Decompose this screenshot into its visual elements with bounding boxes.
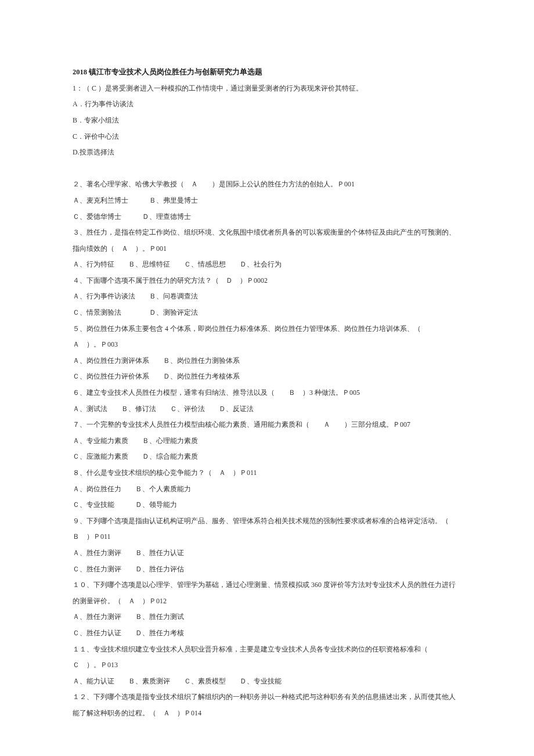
text-line: Ｃ、爱德华博士 Ｄ、理查德博士 [73,209,461,225]
text-line: Ｃ、专业技能 Ｄ、领导能力 [73,497,461,513]
text-line [73,161,461,177]
text-line: ４、下面哪个选项不属于胜任力的研究方法？（ Ｄ ）Ｐ0002 [73,273,461,289]
text-line: ３、胜任力，是指在特定工作岗位、组织环境、文化氛围中绩优者所具备的可以客观衡量的… [73,225,461,257]
text-line: Ｃ、胜任力认证 Ｄ、胜任力考核 [73,625,461,642]
text-line: ９、下列哪个选项是指由认证机构证明产品、服务、管理体系符合相关技术规范的强制性要… [73,513,461,545]
text-line: Ａ、岗位胜任力 Ｂ、个人素质能力 [73,481,461,498]
text-line: B．专家小组法 [73,113,461,129]
questions-body: 1：（ C ）是将受测者进入一种模拟的工作情境中，通过测量受测者的行为表现来评价… [73,81,461,722]
text-line: Ａ、胜任力测评 Ｂ、胜任力测试 [73,609,461,625]
text-line: １２、下列哪个选项是指专业技术组织了解组织内的一种职务并以一种格式把与这种职务有… [73,689,461,721]
text-line: Ｃ、胜任力测评 Ｄ、胜任力评估 [73,561,461,578]
text-line: A．行为事件访谈法 [73,96,461,113]
text-line: Ａ、测试法 Ｂ、修订法 Ｃ、评价法 Ｄ、反证法 [73,401,461,417]
text-line: D.投票选择法 [73,145,461,161]
text-line: １１、专业技术组织建立专业技术人员职业晋升标准，主要是建立专业技术人员各专业技术… [73,642,461,674]
text-line: 1：（ C ）是将受测者进入一种模拟的工作情境中，通过测量受测者的行为表现来评价… [73,81,461,97]
text-line: Ｃ、岗位胜任力评价体系 Ｄ、岗位胜任力考核体系 [73,369,461,385]
text-line: ７、一个完整的专业技术人员胜任力模型由核心能力素质、通用能力素质和（ Ａ ）三部… [73,417,461,433]
text-line: Ａ、行为特征 Ｂ、思维特征 Ｃ、情感思想 Ｄ、社会行为 [73,257,461,273]
text-line: Ａ、能力认证 Ｂ、素质测评 Ｃ、素质模型 Ｄ、专业技能 [73,674,461,690]
text-line: Ｃ、应激能力素质 Ｄ、综合能力素质 [73,449,461,465]
text-line: ８、什么是专业技术组织的核心竞争能力？（ Ａ ）Ｐ011 [73,465,461,481]
text-line: Ｃ、情景测验法 Ｄ、测验评定法 [73,305,461,321]
text-line: ５、岗位胜任力体系主要包含 4 个体系，即岗位胜任力标准体系、岗位胜任力管理体系… [73,321,461,353]
text-line: ６、建立专业技术人员胜任力模型，通常有归纳法、推导法以及（ Ｂ ）3 种做法。Ｐ… [73,385,461,401]
text-line: １０、下列哪个选项是以心理学、管理学为基础，通过心理测量、情景模拟或 360 度… [73,577,461,609]
document-page: 2018 镇江市专业技术人员岗位胜任力与创新研究力单选题 1：（ C ）是将受测… [0,0,534,756]
text-line: Ａ、麦克利兰博士 Ｂ、弗里曼博士 [73,193,461,209]
text-line: Ａ、胜任力测评 Ｂ、胜任力认证 [73,545,461,561]
text-line: C．评价中心法 [73,129,461,145]
text-line: Ａ、专业能力素质 Ｂ、心理能力素质 [73,433,461,449]
text-line: ２、著名心理学家、哈佛大学教授（ Ａ ）是国际上公认的胜任力方法的创始人。Ｐ00… [73,177,461,193]
document-title: 2018 镇江市专业技术人员岗位胜任力与创新研究力单选题 [73,64,461,81]
text-line: Ａ、行为事件访谈法 Ｂ、问卷调查法 [73,289,461,305]
text-line: Ａ、岗位胜任力测评体系 Ｂ、岗位胜任力测验体系 [73,353,461,369]
